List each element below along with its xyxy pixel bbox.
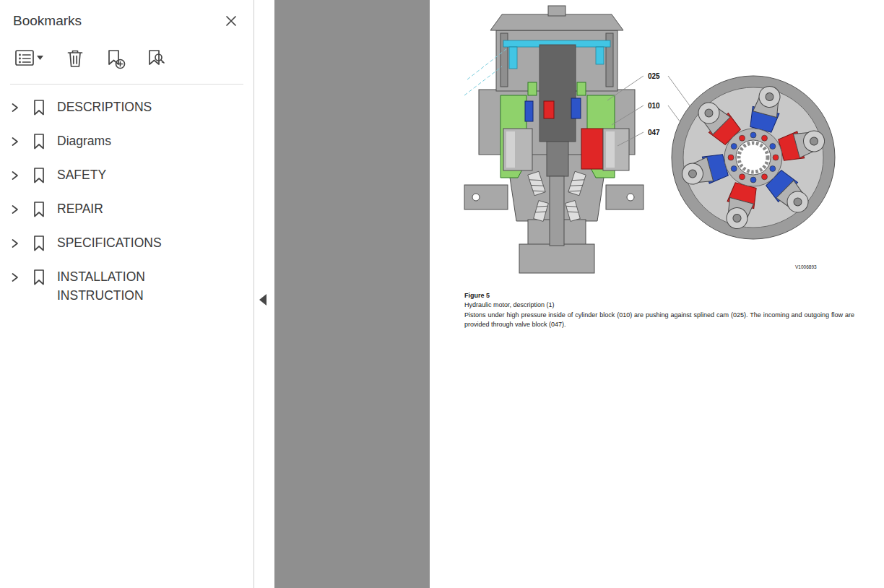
bookmarks-title: Bookmarks	[13, 13, 82, 29]
chevron-right-icon[interactable]	[10, 101, 20, 114]
figure-caption: Figure 5 Hydraulic motor, description (1…	[464, 291, 854, 329]
close-panel-button[interactable]	[222, 12, 240, 30]
document-canvas[interactable]: 025 010 047	[274, 0, 884, 588]
figure-container: 025 010 047	[459, 4, 863, 292]
bookmark-icon	[31, 268, 47, 287]
bookmark-item-safety[interactable]: SAFETY	[0, 158, 254, 192]
bookmark-label: SPECIFICATIONS	[57, 233, 162, 252]
chevron-right-icon[interactable]	[10, 135, 20, 148]
callout-010: 010	[648, 102, 660, 110]
bookmark-label: Diagrams	[57, 131, 111, 150]
chevron-right-icon[interactable]	[10, 169, 20, 182]
bookmark-label: INSTALLATION INSTRUCTION	[57, 267, 198, 305]
close-icon	[225, 14, 238, 27]
new-bookmark-button[interactable]	[104, 48, 126, 69]
collapse-panel-handle[interactable]	[259, 294, 266, 306]
figure-body-text: Pistons under high pressure inside of cy…	[464, 311, 854, 329]
bookmark-item-descriptions[interactable]: DESCRIPTIONS	[0, 90, 254, 124]
expand-current-bookmark-button[interactable]	[144, 48, 166, 69]
chevron-right-icon[interactable]	[10, 271, 20, 284]
chevron-right-icon[interactable]	[10, 237, 20, 250]
find-current-bookmark-icon	[144, 48, 166, 69]
figure-title: Hydraulic motor, description (1)	[464, 301, 854, 310]
hydraulic-motor-figure: 025 010 047	[459, 4, 863, 292]
bookmarks-panel: Bookmarks	[0, 0, 254, 588]
bookmark-icon	[31, 234, 47, 253]
bookmark-item-specifications[interactable]: SPECIFICATIONS	[0, 226, 254, 260]
chevron-down-icon	[37, 56, 43, 60]
bookmark-options-icon	[14, 48, 46, 69]
bookmarks-header: Bookmarks	[0, 0, 254, 35]
bookmarks-toolbar	[10, 35, 243, 85]
bookmark-icon	[31, 200, 47, 219]
figure-label: Figure 5	[464, 291, 854, 301]
bookmark-label: REPAIR	[57, 199, 103, 218]
bookmark-label: SAFETY	[57, 165, 106, 184]
motor-cross-section	[464, 6, 644, 273]
bookmark-list: DESCRIPTIONS Diagrams SAFETY REPAIR SPEC	[0, 90, 254, 312]
pdf-page: 025 010 047	[430, 0, 884, 588]
bookmark-label: DESCRIPTIONS	[57, 98, 152, 116]
add-bookmark-icon	[104, 48, 126, 69]
trash-icon	[65, 48, 85, 69]
delete-bookmark-button[interactable]	[65, 48, 85, 69]
motor-rotor-view	[672, 76, 835, 239]
figure-watermark: V1006893	[795, 264, 817, 269]
pdf-viewer-window: Bookmarks	[0, 0, 884, 588]
bookmark-icon	[31, 98, 47, 117]
bookmark-icon	[31, 166, 47, 185]
callout-047: 047	[648, 129, 660, 137]
bookmark-item-repair[interactable]: REPAIR	[0, 192, 254, 226]
bookmark-icon	[31, 132, 47, 151]
callout-025: 025	[648, 72, 660, 80]
bookmark-item-diagrams[interactable]: Diagrams	[0, 124, 254, 158]
bookmark-options-button[interactable]	[14, 48, 46, 69]
panel-gutter	[254, 0, 274, 588]
bookmark-item-installation-instruction[interactable]: INSTALLATION INSTRUCTION	[0, 260, 254, 312]
chevron-right-icon[interactable]	[10, 203, 20, 216]
